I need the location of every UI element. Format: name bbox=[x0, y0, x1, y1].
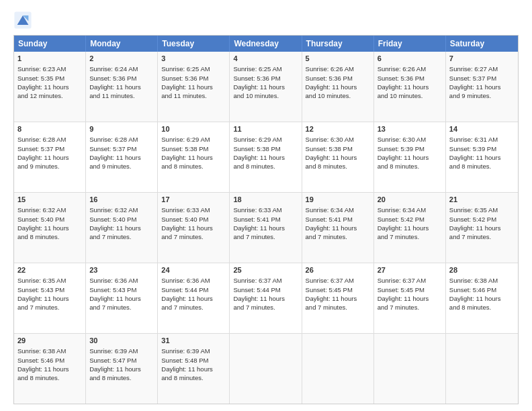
day-info-line: Sunrise: 6:38 AM bbox=[449, 276, 515, 285]
day-info-line: Daylight: 11 hours bbox=[378, 83, 442, 91]
day-number: 21 bbox=[449, 195, 515, 205]
day-info-line: Daylight: 11 hours bbox=[17, 83, 82, 91]
day-info-line: Sunrise: 6:35 AM bbox=[17, 276, 82, 285]
day-number: 20 bbox=[378, 195, 442, 205]
day-info-line: Sunrise: 6:37 AM bbox=[378, 276, 442, 285]
day-info-line: Sunset: 5:39 PM bbox=[449, 144, 515, 153]
day-info-line: Daylight: 11 hours bbox=[378, 153, 442, 162]
header-cell-tuesday: Tuesday bbox=[158, 36, 230, 52]
cal-cell: 15Sunrise: 6:32 AMSunset: 5:40 PMDayligh… bbox=[14, 193, 86, 263]
day-number: 18 bbox=[233, 195, 298, 205]
day-info-line: and 7 minutes. bbox=[233, 303, 298, 312]
day-info-line: Sunrise: 6:31 AM bbox=[449, 135, 515, 144]
day-info-line: Sunrise: 6:26 AM bbox=[378, 64, 442, 73]
cal-cell: 16Sunrise: 6:32 AMSunset: 5:40 PMDayligh… bbox=[86, 193, 158, 263]
calendar-header: SundayMondayTuesdayWednesdayThursdayFrid… bbox=[14, 36, 518, 52]
day-info-line: Sunrise: 6:26 AM bbox=[306, 64, 370, 73]
cal-cell: 9Sunrise: 6:28 AMSunset: 5:37 PMDaylight… bbox=[86, 122, 158, 192]
day-info-line: and 7 minutes. bbox=[233, 232, 298, 241]
day-info-line: Sunset: 5:43 PM bbox=[89, 285, 154, 294]
day-info-line: Sunset: 5:46 PM bbox=[17, 356, 82, 365]
day-info-line: and 8 minutes. bbox=[233, 162, 298, 171]
cal-row: 15Sunrise: 6:32 AMSunset: 5:40 PMDayligh… bbox=[14, 192, 518, 263]
day-number: 6 bbox=[378, 54, 442, 64]
cal-cell: 6Sunrise: 6:26 AMSunset: 5:36 PMDaylight… bbox=[374, 52, 446, 122]
day-number: 14 bbox=[449, 124, 515, 134]
day-info-line: Sunset: 5:44 PM bbox=[161, 285, 226, 294]
day-info-line: Sunset: 5:38 PM bbox=[233, 144, 298, 153]
day-info-line: Sunset: 5:40 PM bbox=[161, 215, 226, 224]
day-number: 1 bbox=[17, 54, 82, 64]
day-info-line: Daylight: 11 hours bbox=[161, 83, 226, 91]
day-info-line: Daylight: 11 hours bbox=[161, 153, 226, 162]
day-info-line: and 7 minutes. bbox=[89, 232, 154, 241]
day-info-line: Sunset: 5:43 PM bbox=[17, 285, 82, 294]
cal-row: 8Sunrise: 6:28 AMSunset: 5:37 PMDaylight… bbox=[14, 122, 518, 192]
day-info-line: and 9 minutes. bbox=[449, 91, 515, 100]
cal-cell bbox=[230, 334, 302, 404]
day-info-line: Sunset: 5:45 PM bbox=[306, 285, 370, 294]
day-info-line: Sunrise: 6:35 AM bbox=[449, 205, 515, 214]
day-info-line: Sunset: 5:36 PM bbox=[306, 74, 370, 83]
day-info-line: Daylight: 11 hours bbox=[161, 365, 226, 373]
day-number: 11 bbox=[233, 124, 298, 134]
day-info-line: Daylight: 11 hours bbox=[89, 153, 154, 162]
day-number: 28 bbox=[449, 265, 515, 275]
day-info-line: Sunset: 5:41 PM bbox=[306, 215, 370, 224]
cal-cell bbox=[302, 334, 374, 404]
day-info-line: Daylight: 11 hours bbox=[89, 83, 154, 91]
day-number: 4 bbox=[233, 54, 298, 64]
day-info-line: Daylight: 11 hours bbox=[233, 224, 298, 232]
header-cell-friday: Friday bbox=[374, 36, 446, 52]
cal-cell: 30Sunrise: 6:39 AMSunset: 5:47 PMDayligh… bbox=[86, 334, 158, 404]
day-info-line: and 8 minutes. bbox=[17, 232, 82, 241]
cal-cell bbox=[374, 334, 446, 404]
cal-cell: 17Sunrise: 6:33 AMSunset: 5:40 PMDayligh… bbox=[158, 193, 230, 263]
day-info-line: and 9 minutes. bbox=[17, 162, 82, 171]
day-number: 27 bbox=[378, 265, 442, 275]
day-info-line: Sunset: 5:47 PM bbox=[89, 356, 154, 365]
day-info-line: Daylight: 11 hours bbox=[378, 294, 442, 303]
calendar-body: 1Sunrise: 6:23 AMSunset: 5:35 PMDaylight… bbox=[14, 52, 518, 404]
day-info-line: Sunset: 5:38 PM bbox=[306, 144, 370, 153]
day-number: 31 bbox=[161, 336, 226, 346]
cal-cell: 29Sunrise: 6:38 AMSunset: 5:46 PMDayligh… bbox=[14, 334, 86, 404]
day-info-line: Daylight: 11 hours bbox=[378, 224, 442, 232]
day-info-line: Sunset: 5:42 PM bbox=[378, 215, 442, 224]
day-info-line: Sunset: 5:37 PM bbox=[449, 74, 515, 83]
cal-cell: 28Sunrise: 6:38 AMSunset: 5:46 PMDayligh… bbox=[446, 263, 518, 333]
day-info-line: Sunrise: 6:23 AM bbox=[17, 64, 82, 73]
day-info-line: Daylight: 11 hours bbox=[449, 224, 515, 232]
day-info-line: Sunset: 5:36 PM bbox=[161, 74, 226, 83]
day-info-line: and 7 minutes. bbox=[161, 232, 226, 241]
cal-cell: 8Sunrise: 6:28 AMSunset: 5:37 PMDaylight… bbox=[14, 122, 86, 192]
day-info-line: Daylight: 11 hours bbox=[233, 83, 298, 91]
day-info-line: Sunrise: 6:30 AM bbox=[378, 135, 442, 144]
cal-cell: 11Sunrise: 6:29 AMSunset: 5:38 PMDayligh… bbox=[230, 122, 302, 192]
day-info-line: Sunrise: 6:37 AM bbox=[306, 276, 370, 285]
day-number: 2 bbox=[89, 54, 154, 64]
day-info-line: and 7 minutes. bbox=[306, 232, 370, 241]
day-info-line: Daylight: 11 hours bbox=[161, 224, 226, 232]
day-info-line: Sunrise: 6:25 AM bbox=[233, 64, 298, 73]
cal-cell: 31Sunrise: 6:39 AMSunset: 5:48 PMDayligh… bbox=[158, 334, 230, 404]
day-info-line: and 11 minutes. bbox=[161, 91, 226, 100]
day-info-line: and 8 minutes. bbox=[161, 162, 226, 171]
cal-cell: 14Sunrise: 6:31 AMSunset: 5:39 PMDayligh… bbox=[446, 122, 518, 192]
day-info-line: and 7 minutes. bbox=[378, 232, 442, 241]
day-info-line: Sunset: 5:37 PM bbox=[17, 144, 82, 153]
day-number: 29 bbox=[17, 336, 82, 346]
day-number: 25 bbox=[233, 265, 298, 275]
day-info-line: Daylight: 11 hours bbox=[17, 153, 82, 162]
day-info-line: Sunset: 5:45 PM bbox=[378, 285, 442, 294]
day-info-line: Sunset: 5:44 PM bbox=[233, 285, 298, 294]
logo bbox=[13, 11, 34, 30]
day-info-line: and 8 minutes. bbox=[89, 373, 154, 382]
cal-cell: 26Sunrise: 6:37 AMSunset: 5:45 PMDayligh… bbox=[302, 263, 374, 333]
day-info-line: Sunset: 5:36 PM bbox=[233, 74, 298, 83]
day-info-line: Daylight: 11 hours bbox=[449, 153, 515, 162]
day-info-line: Sunrise: 6:29 AM bbox=[161, 135, 226, 144]
day-info-line: Sunrise: 6:30 AM bbox=[306, 135, 370, 144]
day-info-line: Daylight: 11 hours bbox=[89, 224, 154, 232]
day-info-line: Sunrise: 6:39 AM bbox=[89, 347, 154, 355]
